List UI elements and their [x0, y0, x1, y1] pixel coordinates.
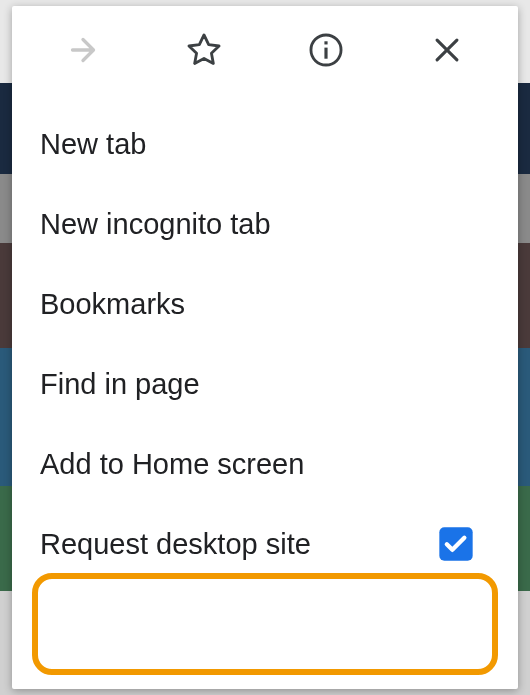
- bookmark-button[interactable]: [182, 28, 226, 72]
- highlight-annotation: [32, 573, 498, 675]
- menu-list: New tab New incognito tab Bookmarks Find…: [12, 94, 518, 584]
- menu-item-label: New tab: [40, 128, 490, 161]
- svg-rect-2: [324, 41, 327, 44]
- menu-item-request-desktop-site[interactable]: Request desktop site: [12, 504, 518, 584]
- menu-item-label: Find in page: [40, 368, 490, 401]
- close-button[interactable]: [425, 28, 469, 72]
- star-icon: [185, 31, 223, 69]
- info-icon: [307, 31, 345, 69]
- forward-arrow-icon: [65, 32, 101, 68]
- desktop-site-checkbox[interactable]: [436, 524, 476, 564]
- menu-item-label: New incognito tab: [40, 208, 490, 241]
- info-button[interactable]: [304, 28, 348, 72]
- forward-button[interactable]: [61, 28, 105, 72]
- menu-item-bookmarks[interactable]: Bookmarks: [12, 264, 518, 344]
- menu-item-label: Request desktop site: [40, 528, 436, 561]
- menu-item-find-in-page[interactable]: Find in page: [12, 344, 518, 424]
- menu-item-label: Bookmarks: [40, 288, 490, 321]
- menu-item-add-to-home-screen[interactable]: Add to Home screen: [12, 424, 518, 504]
- menu-item-label: Add to Home screen: [40, 448, 490, 481]
- close-icon: [430, 33, 464, 67]
- checkbox-checked-icon: [436, 524, 476, 564]
- menu-icon-row: [12, 6, 518, 94]
- svg-rect-1: [324, 48, 327, 59]
- menu-item-new-tab[interactable]: New tab: [12, 104, 518, 184]
- menu-item-new-incognito-tab[interactable]: New incognito tab: [12, 184, 518, 264]
- browser-menu-panel: New tab New incognito tab Bookmarks Find…: [12, 6, 518, 689]
